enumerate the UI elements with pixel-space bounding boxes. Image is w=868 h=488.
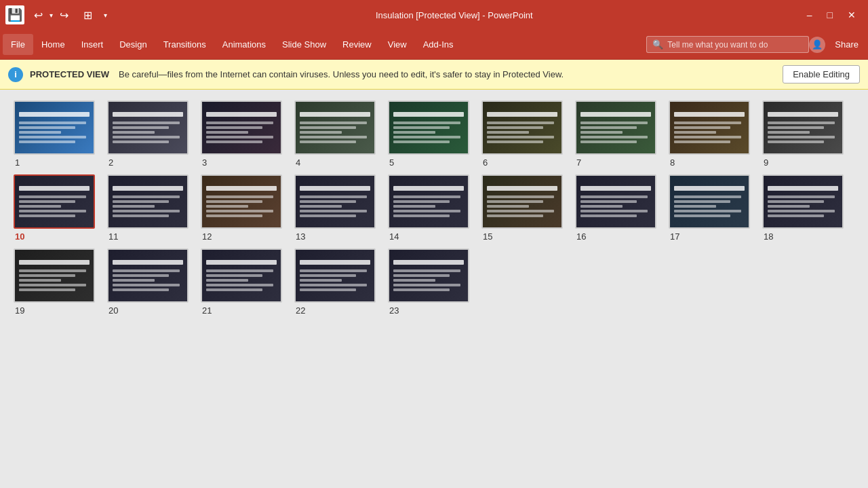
- slide-thumb-1: [14, 100, 95, 155]
- menu-review[interactable]: Review: [334, 34, 380, 55]
- customize-btn[interactable]: ⊞: [78, 5, 97, 24]
- slide-item-22[interactable]: 22: [294, 248, 381, 316]
- undo-button[interactable]: ↩: [30, 6, 47, 24]
- window-controls: – □ ✕: [800, 7, 863, 23]
- slide-grid: 1234567891011121314151617181920212223: [14, 100, 854, 316]
- slide-number-20: 20: [107, 305, 118, 316]
- slide-content-15: [483, 176, 561, 227]
- slide-content-18: [764, 176, 842, 227]
- slide-item-4[interactable]: 4: [294, 100, 381, 168]
- slide-content-6: [483, 102, 561, 153]
- menu-view[interactable]: View: [380, 34, 415, 55]
- slide-item-9[interactable]: 9: [762, 100, 849, 168]
- slide-item-5[interactable]: 5: [388, 100, 475, 168]
- slide-item-18[interactable]: 18: [762, 174, 849, 242]
- slide-content-21: [202, 250, 281, 301]
- slide-number-16: 16: [575, 231, 586, 242]
- protected-banner: i PROTECTED VIEW Be careful—files from t…: [0, 60, 868, 90]
- slide-thumb-15: [481, 174, 563, 229]
- slide-thumb-2: [107, 100, 189, 155]
- slide-number-17: 17: [669, 231, 679, 242]
- slide-thumb-4: [294, 100, 376, 155]
- slide-thumb-18: [762, 174, 844, 229]
- minimize-button[interactable]: –: [800, 7, 819, 23]
- protected-label: PROTECTED VIEW: [30, 69, 109, 79]
- menu-home[interactable]: Home: [33, 34, 73, 55]
- slide-item-15[interactable]: 15: [481, 174, 568, 242]
- search-input[interactable]: [667, 40, 803, 50]
- save-icon[interactable]: 💾: [5, 5, 24, 24]
- slide-number-11: 11: [107, 231, 118, 242]
- menu-transitions[interactable]: Transitions: [155, 34, 214, 55]
- slide-item-20[interactable]: 20: [107, 248, 194, 316]
- slide-content-9: [764, 102, 842, 153]
- slide-item-11[interactable]: 11: [107, 174, 194, 242]
- slide-thumb-5: [388, 100, 469, 155]
- slide-content-20: [108, 250, 187, 301]
- slide-thumb-14: [388, 174, 469, 229]
- slide-number-14: 14: [388, 231, 399, 242]
- slide-number-7: 7: [575, 157, 581, 168]
- slide-number-22: 22: [294, 305, 305, 316]
- search-icon: 🔍: [652, 39, 663, 50]
- info-icon: i: [8, 67, 23, 82]
- maximize-button[interactable]: □: [821, 7, 840, 23]
- slide-number-5: 5: [388, 157, 394, 168]
- slide-content-8: [670, 102, 749, 153]
- slide-item-7[interactable]: 7: [575, 100, 662, 168]
- slide-thumb-3: [201, 100, 282, 155]
- slide-thumb-20: [107, 248, 189, 303]
- slide-item-6[interactable]: 6: [481, 100, 568, 168]
- slide-content-10: [15, 176, 94, 227]
- slide-item-14[interactable]: 14: [388, 174, 475, 242]
- share-button[interactable]: Share: [828, 35, 865, 54]
- menu-animations[interactable]: Animations: [214, 34, 274, 55]
- menu-addins[interactable]: Add-Ins: [415, 34, 462, 55]
- slide-item-12[interactable]: 12: [201, 174, 288, 242]
- slide-number-4: 4: [294, 157, 300, 168]
- user-avatar: 👤: [809, 37, 825, 53]
- slide-content-11: [108, 176, 187, 227]
- slide-content-3: [202, 102, 281, 153]
- customize-dropdown[interactable]: ▾: [102, 9, 108, 22]
- slide-number-13: 13: [294, 231, 305, 242]
- slide-content-1: [15, 102, 94, 153]
- slide-item-13[interactable]: 13: [294, 174, 381, 242]
- menu-design[interactable]: Design: [111, 34, 155, 55]
- search-box[interactable]: 🔍: [646, 36, 809, 53]
- slide-content-19: [15, 250, 94, 301]
- slide-item-19[interactable]: 19: [14, 248, 100, 316]
- enable-editing-button[interactable]: Enable Editing: [783, 65, 860, 83]
- slide-number-10: 10: [14, 231, 24, 242]
- slide-thumb-21: [201, 248, 282, 303]
- slide-thumb-10: [14, 174, 95, 229]
- redo-button[interactable]: ↪: [56, 6, 73, 24]
- menu-file[interactable]: File: [3, 34, 33, 55]
- slide-item-16[interactable]: 16: [575, 174, 662, 242]
- slide-thumb-11: [107, 174, 189, 229]
- slide-number-9: 9: [762, 157, 768, 168]
- menu-slideshow[interactable]: Slide Show: [274, 34, 334, 55]
- protected-message: Be careful—files from the Internet can c…: [119, 69, 776, 79]
- slide-item-21[interactable]: 21: [201, 248, 288, 316]
- slide-content-17: [670, 176, 749, 227]
- slide-number-8: 8: [669, 157, 675, 168]
- slide-item-8[interactable]: 8: [669, 100, 755, 168]
- slide-number-2: 2: [107, 157, 113, 168]
- slide-thumb-23: [388, 248, 469, 303]
- menu-insert[interactable]: Insert: [73, 34, 112, 55]
- slide-content-4: [296, 102, 374, 153]
- slide-item-23[interactable]: 23: [388, 248, 475, 316]
- slide-item-2[interactable]: 2: [107, 100, 194, 168]
- close-button[interactable]: ✕: [841, 7, 863, 23]
- slide-item-17[interactable]: 17: [669, 174, 755, 242]
- slide-content-13: [296, 176, 374, 227]
- slide-item-10[interactable]: 10: [14, 174, 100, 242]
- slide-number-6: 6: [481, 157, 488, 168]
- undo-dropdown[interactable]: ▾: [48, 9, 54, 22]
- slide-content-16: [576, 176, 655, 227]
- slide-item-1[interactable]: 1: [14, 100, 100, 168]
- slide-item-3[interactable]: 3: [201, 100, 288, 168]
- slide-number-21: 21: [201, 305, 212, 316]
- window-title: Insulation [Protected View] - PowerPoint: [114, 10, 795, 20]
